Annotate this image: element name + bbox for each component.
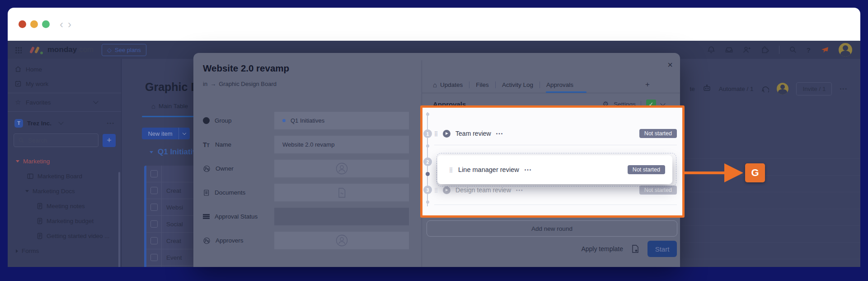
item-fields: Group Q1 Initiatives TTName Website 2.0 … — [203, 112, 422, 256]
sidebar-item-forms[interactable]: Forms — [8, 243, 121, 258]
status-badge[interactable]: Not started — [639, 186, 677, 195]
caret-right-icon — [16, 249, 18, 253]
home-icon — [14, 66, 22, 73]
round-more-icon[interactable]: ••• — [516, 188, 524, 193]
window-controls — [19, 20, 50, 28]
invite-button[interactable]: Invite / 1 — [796, 82, 832, 95]
monday-logo[interactable]: monday.com — [31, 45, 94, 54]
row-checkbox[interactable] — [150, 254, 158, 261]
breadcrumb-board-link[interactable]: Graphic Design Board — [219, 81, 277, 87]
sidebar-item-my-work[interactable]: My work — [8, 78, 121, 90]
sidebar-item-marketing-docs[interactable]: Marketing Docs — [8, 184, 121, 199]
sidebar-search-input[interactable]: Search — [14, 133, 99, 147]
chat-bubble-icon[interactable] — [761, 84, 769, 94]
sidebar-item-marketing-board[interactable]: Marketing Board — [8, 169, 121, 184]
status-badge[interactable]: Not started — [628, 165, 665, 174]
help-icon[interactable]: ? — [807, 46, 811, 54]
automate-robot-icon[interactable] — [703, 84, 711, 93]
template-file-icon[interactable] — [631, 244, 639, 253]
active-tab-underline — [546, 91, 586, 93]
inbox-icon[interactable] — [725, 46, 733, 54]
sidebar: Home My work ☆ Favorites T Trez Inc. — [8, 59, 122, 267]
apply-template-button[interactable]: Apply template — [581, 245, 623, 252]
sidebar-scrollbar[interactable] — [118, 172, 120, 267]
drag-handle-icon[interactable]: ⣿ — [434, 188, 438, 193]
sidebar-item-marketing-budget[interactable]: Marketing budget — [8, 214, 121, 229]
star-icon: ☆ — [14, 98, 22, 106]
drag-handle-icon[interactable]: ⣿ — [449, 167, 453, 172]
round-more-icon[interactable]: ••• — [525, 167, 532, 172]
chevron-down-icon — [58, 119, 63, 124]
status-badge[interactable]: Not started — [639, 129, 677, 138]
dragged-round-card[interactable]: ⣿ Line manager review ••• Not started — [437, 155, 672, 184]
logo-bar-orange — [34, 46, 40, 53]
arrow-right-icon: → — [210, 81, 216, 87]
round-row-team-review[interactable]: ⣿ Team review ••• Not started — [434, 125, 677, 142]
sidebar-item-getting-started-video[interactable]: Getting started video ... — [8, 229, 121, 243]
see-plans-button[interactable]: ◇ See plans — [102, 44, 146, 56]
approvers-value-cell[interactable] — [274, 232, 409, 249]
apps-marketplace-icon[interactable] — [761, 46, 769, 54]
row-checkbox[interactable] — [150, 237, 158, 244]
integrate-button[interactable]: te — [690, 86, 695, 92]
user-avatar[interactable] — [839, 43, 852, 57]
field-row-group: Group Q1 Initiatives — [203, 112, 422, 129]
owner-value-cell[interactable] — [274, 160, 409, 177]
sidebar-item-meeting-notes[interactable]: Meeting notes — [8, 199, 121, 214]
automate-button[interactable]: Automate / 1 — [719, 86, 754, 92]
close-window-button[interactable] — [19, 20, 26, 28]
round-more-icon[interactable]: ••• — [496, 131, 504, 136]
add-new-round-button[interactable]: Add new round — [427, 220, 677, 237]
forward-icon[interactable]: › — [68, 19, 71, 30]
play-icon[interactable] — [443, 186, 450, 194]
field-row-approvers: Approvers — [203, 232, 422, 249]
workspace-more-icon[interactable]: ••• — [107, 120, 115, 126]
row-checkbox[interactable] — [150, 204, 158, 211]
tab-activity-log[interactable]: Activity Log — [502, 81, 533, 88]
group-value-cell[interactable]: Q1 Initiatives — [274, 112, 409, 129]
workspace-switcher[interactable]: T Trez Inc. ••• — [8, 116, 121, 130]
tab-updates[interactable]: ⌂Updates — [433, 81, 463, 88]
notifications-bell-icon[interactable] — [707, 46, 715, 54]
drag-handle-icon[interactable]: ⣿ — [434, 131, 438, 136]
tab-main-table[interactable]: ⌂ Main Table — [151, 103, 188, 110]
back-icon[interactable]: ‹ — [60, 19, 63, 30]
invite-members-icon[interactable] — [743, 46, 751, 54]
search-icon[interactable] — [789, 46, 797, 54]
member-avatar[interactable] — [777, 83, 788, 95]
sidebar-item-marketing-folder[interactable]: Marketing — [8, 154, 121, 169]
round-number-2: 2 — [423, 157, 432, 166]
sidebar-item-home[interactable]: Home — [8, 63, 121, 75]
add-tab-button[interactable]: + — [645, 80, 650, 89]
new-item-dropdown[interactable] — [178, 128, 190, 139]
tab-files[interactable]: Files — [476, 81, 489, 88]
modal-tab-bar: ⌂Updates Files Activity Log Approvals — [422, 77, 680, 93]
breadcrumb: in → Graphic Design Board — [203, 81, 277, 87]
start-button[interactable]: Start — [647, 241, 677, 257]
apps-grid-icon[interactable] — [15, 47, 22, 53]
minimize-window-button[interactable] — [30, 20, 38, 28]
whats-new-icon[interactable] — [820, 46, 829, 54]
board-icon — [27, 173, 34, 180]
row-checkbox[interactable] — [150, 220, 158, 228]
status-bars-icon — [203, 214, 210, 219]
new-item-button[interactable]: New item — [142, 128, 190, 139]
add-board-button[interactable]: + — [103, 134, 116, 147]
approval-status-value-cell[interactable] — [274, 208, 409, 225]
name-value-cell[interactable]: Website 2.0 revamp — [274, 136, 409, 153]
caret-down-icon — [25, 190, 29, 192]
round-divider — [434, 205, 677, 205]
annotation-arrow-line — [684, 171, 727, 174]
doc-icon — [37, 203, 43, 210]
row-checkbox[interactable] — [150, 187, 158, 194]
calendar-check-icon — [14, 80, 22, 87]
sidebar-item-favorites[interactable]: ☆ Favorites — [8, 96, 121, 108]
board-more-icon[interactable]: ••• — [840, 86, 848, 91]
tab-approvals[interactable]: Approvals — [546, 81, 573, 88]
play-icon[interactable] — [443, 130, 450, 138]
zoom-window-button[interactable] — [42, 20, 50, 28]
documents-value-cell[interactable] — [274, 184, 409, 201]
text-icon: TT — [203, 141, 210, 148]
field-row-documents: Documents — [203, 184, 422, 201]
select-all-checkbox[interactable] — [150, 170, 158, 177]
